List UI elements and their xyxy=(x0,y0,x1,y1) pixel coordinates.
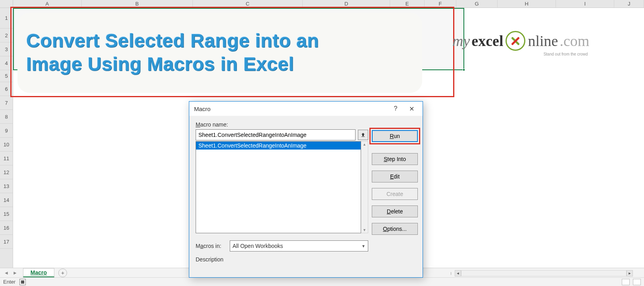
logo-tagline: Stand out from the crowd xyxy=(544,52,588,56)
col-header-D[interactable]: D xyxy=(303,0,390,8)
run-button[interactable]: Run xyxy=(372,130,418,142)
row-header-2[interactable]: 2 xyxy=(0,29,13,42)
row-header-6[interactable]: 6 xyxy=(0,82,13,96)
scroll-grip-icon[interactable]: ⁞ xyxy=(450,271,452,276)
macro-show-button[interactable] xyxy=(358,130,368,140)
delete-button[interactable]: Delete xyxy=(372,205,418,217)
row-header-16[interactable]: 16 xyxy=(0,221,13,235)
macro-dialog: Macro ? ✕ Macro name: Sheet1.ConvertSele… xyxy=(189,101,423,278)
row-header-11[interactable]: 11 xyxy=(0,152,13,165)
row-header-12[interactable]: 12 xyxy=(0,165,13,179)
svg-rect-0 xyxy=(21,280,24,284)
dialog-buttons: Run Step Into Edit Create Delete Options… xyxy=(372,130,418,235)
col-header-H[interactable]: H xyxy=(498,0,556,8)
dialog-close-button[interactable]: ✕ xyxy=(404,103,419,115)
col-header-G[interactable]: G xyxy=(456,0,498,8)
row-header-4[interactable]: 4 xyxy=(0,56,13,70)
col-header-I[interactable]: I xyxy=(556,0,614,8)
row-header-1[interactable]: 1 xyxy=(0,8,13,29)
dialog-titlebar[interactable]: Macro ? ✕ xyxy=(189,102,423,116)
row-header-10[interactable]: 10 xyxy=(0,138,13,152)
create-button: Create xyxy=(372,188,418,200)
col-header-J[interactable]: J xyxy=(614,0,644,8)
status-bar: Enter xyxy=(0,277,644,286)
hscroll-area: ⁞ ◄ ► xyxy=(450,269,633,277)
row-header-9[interactable]: 9 xyxy=(0,124,13,138)
hscroll-left[interactable]: ◄ xyxy=(455,270,461,276)
options-button[interactable]: Options... xyxy=(372,223,418,235)
logo-nline: nline xyxy=(528,32,558,50)
logo-my: my xyxy=(452,32,470,50)
macros-in-dropdown[interactable]: All Open Workbooks ▼ xyxy=(230,240,368,251)
macro-list-item[interactable]: Sheet1.ConvertSelectedRangeIntoAnImage xyxy=(196,142,361,150)
tabs-nav: ◄ ► xyxy=(2,270,19,276)
col-header-B[interactable]: B xyxy=(82,0,193,8)
edit-button[interactable]: Edit xyxy=(372,171,418,182)
logo-com: .com xyxy=(559,32,589,50)
col-header-A[interactable]: A xyxy=(13,0,82,8)
scroll-down-icon[interactable]: ▼ xyxy=(363,228,366,232)
title-shape[interactable]: Convert Selected Range into an Image Usi… xyxy=(17,13,422,93)
dialog-body: Macro name: Sheet1.ConvertSelectedRangeI… xyxy=(189,116,423,271)
scroll-up-icon[interactable]: ▲ xyxy=(363,142,366,146)
logo-excel: excel xyxy=(471,32,503,50)
row-header-17[interactable]: 17 xyxy=(0,235,13,249)
dialog-help-button[interactable]: ? xyxy=(388,103,404,115)
chevron-down-icon: ▼ xyxy=(361,244,365,248)
col-header-C[interactable]: C xyxy=(193,0,303,8)
macro-list-scrollbar[interactable]: ▲ ▼ xyxy=(361,141,368,233)
add-sheet-button[interactable]: + xyxy=(58,269,67,277)
tab-nav-prev[interactable]: ◄ xyxy=(2,270,10,276)
row-header-14[interactable]: 14 xyxy=(0,193,13,207)
row-header-7[interactable]: 7 xyxy=(0,96,13,110)
macro-record-icon[interactable] xyxy=(19,279,26,285)
view-normal-button[interactable] xyxy=(622,279,630,285)
description-label: Description xyxy=(196,256,368,263)
macro-name-label: Macro name: xyxy=(196,121,368,128)
row-header-15[interactable]: 15 xyxy=(0,207,13,221)
fill-handle[interactable] xyxy=(463,69,465,71)
column-headers: A B C D E F G H I J xyxy=(0,0,644,8)
macro-list[interactable]: Sheet1.ConvertSelectedRangeIntoAnImage xyxy=(196,141,361,233)
logo: myexcel nline.com Stand out from the cro… xyxy=(452,31,589,51)
col-header-F[interactable]: F xyxy=(425,0,456,8)
tab-nav-next[interactable]: ► xyxy=(11,270,19,276)
hscroll-right[interactable]: ► xyxy=(627,270,633,276)
macros-in-value: All Open Workbooks xyxy=(233,243,283,249)
row-headers: 1 2 3 4 5 6 7 8 9 10 11 12 13 14 15 16 1… xyxy=(0,8,13,269)
logo-x-icon xyxy=(506,31,525,51)
select-all-corner[interactable] xyxy=(0,0,13,8)
upload-icon xyxy=(360,132,366,138)
status-mode: Enter xyxy=(3,279,15,285)
step-into-button[interactable]: Step Into xyxy=(372,153,418,165)
macro-name-input[interactable] xyxy=(196,129,356,140)
highlight-box-run: Run xyxy=(369,128,420,144)
hscroll-track[interactable] xyxy=(461,270,627,276)
sheet-tab-macro[interactable]: Macro xyxy=(23,268,54,277)
title-line-2: Image Using Macros in Excel xyxy=(26,53,422,76)
title-line-1: Convert Selected Range into an xyxy=(26,29,422,53)
row-header-13[interactable]: 13 xyxy=(0,179,13,193)
row-header-3[interactable]: 3 xyxy=(0,42,13,56)
view-page-layout-button[interactable] xyxy=(633,279,641,285)
col-header-E[interactable]: E xyxy=(390,0,424,8)
dialog-title: Macro xyxy=(194,106,388,112)
row-header-8[interactable]: 8 xyxy=(0,110,13,124)
row-header-5[interactable]: 5 xyxy=(0,70,13,82)
macros-in-label: Macros in: xyxy=(196,243,226,249)
